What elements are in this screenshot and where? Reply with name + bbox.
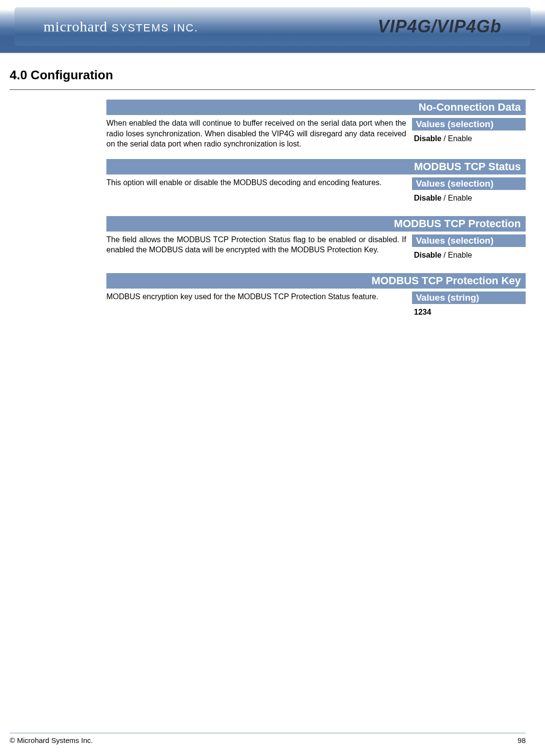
values-content: 1234 <box>412 304 526 320</box>
values-content: Disable / Enable <box>412 131 526 147</box>
section-modbus-tcp-protection: MODBUS TCP Protection The field allows t… <box>106 216 526 263</box>
header-inner: microhard SYSTEMS INC. VIP4G/VIP4Gb <box>15 7 530 46</box>
values-content: Disable / Enable <box>412 247 526 263</box>
section-description: When enabled the data will continue to b… <box>106 118 406 149</box>
copyright-text: © Microhard Systems Inc. <box>10 736 93 744</box>
values-box: Values (selection) Disable / Enable <box>412 177 526 206</box>
section-description: This option will enable or disable the M… <box>106 177 406 206</box>
value-default: Disable <box>414 194 442 202</box>
product-logo: VIP4G/VIP4Gb <box>378 16 501 37</box>
section-body: When enabled the data will continue to b… <box>106 118 526 149</box>
values-box: Values (selection) Disable / Enable <box>412 118 526 149</box>
values-content: Disable / Enable <box>412 190 526 206</box>
footer-row: © Microhard Systems Inc. 98 <box>10 736 526 744</box>
page-title: 4.0 Configuration <box>0 53 545 87</box>
values-header: Values (selection) <box>412 234 526 247</box>
value-default: Disable <box>414 251 442 259</box>
section-header: MODBUS TCP Protection Key <box>106 273 526 289</box>
value-default: Disable <box>414 134 442 143</box>
section-header: No-Connection Data <box>106 100 526 115</box>
section-body: This option will enable or disable the M… <box>106 177 526 206</box>
page-number: 98 <box>517 736 526 744</box>
company-name: microhard <box>44 18 107 34</box>
value-default: 1234 <box>414 308 431 316</box>
company-logo: microhard SYSTEMS INC. <box>44 18 198 35</box>
content-area: No-Connection Data When enabled the data… <box>106 100 526 320</box>
header-banner: 10101010101 0101010101 01010101 microhar… <box>0 0 545 53</box>
section-description: The field allows the MODBUS TCP Protecti… <box>106 234 406 263</box>
section-modbus-tcp-status: MODBUS TCP Status This option will enabl… <box>106 159 526 206</box>
section-body: The field allows the MODBUS TCP Protecti… <box>106 234 526 263</box>
values-box: Values (selection) Disable / Enable <box>412 234 526 263</box>
section-header: MODBUS TCP Protection <box>106 216 526 232</box>
company-suffix: SYSTEMS INC. <box>112 22 198 34</box>
section-modbus-tcp-protection-key: MODBUS TCP Protection Key MODBUS encrypt… <box>106 273 526 320</box>
value-alt: / Enable <box>442 251 472 259</box>
value-alt: / Enable <box>442 134 472 143</box>
value-alt: / Enable <box>442 194 472 202</box>
footer-separator <box>10 733 526 733</box>
section-header: MODBUS TCP Status <box>106 159 526 174</box>
values-header: Values (selection) <box>412 118 526 131</box>
section-body: MODBUS encryption key used for the MODBU… <box>106 291 526 320</box>
values-box: Values (string) 1234 <box>412 291 526 320</box>
section-description: MODBUS encryption key used for the MODBU… <box>106 291 406 320</box>
footer: © Microhard Systems Inc. 98 <box>10 733 526 744</box>
title-separator <box>10 89 535 90</box>
section-no-connection-data: No-Connection Data When enabled the data… <box>106 100 526 149</box>
values-header: Values (selection) <box>412 177 526 190</box>
values-header: Values (string) <box>412 291 526 304</box>
